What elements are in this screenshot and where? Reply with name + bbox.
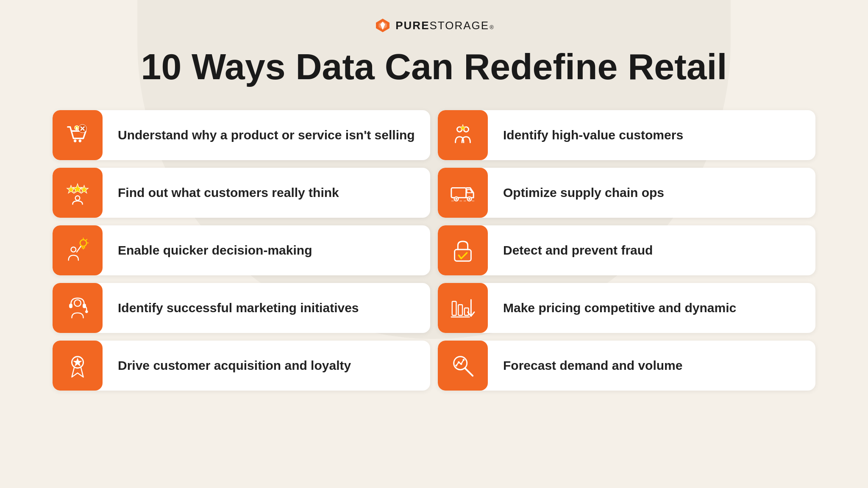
truck-icon	[450, 180, 476, 206]
card-item-10: Forecast demand and volume	[438, 341, 815, 391]
svg-point-31	[74, 299, 81, 306]
icon-box-8	[438, 283, 488, 333]
card-text-1: Understand why a product or service isn'…	[103, 127, 430, 143]
icon-box-5	[53, 225, 103, 275]
headset-person-icon	[64, 295, 91, 321]
card-item-1: $ Understand why a product or service is…	[53, 110, 430, 160]
icon-box-9	[53, 341, 103, 391]
card-text-5: Enable quicker decision-making	[103, 242, 327, 258]
svg-point-16	[75, 196, 80, 200]
stars-rating-icon	[64, 180, 91, 206]
svg-point-21	[469, 198, 470, 200]
card-item-2: Identify high-value customers	[438, 110, 815, 160]
card-item-3: Find out what customers really think	[53, 168, 430, 218]
card-item-5: Enable quicker decision-making	[53, 225, 430, 275]
svg-point-3	[74, 139, 76, 142]
icon-box-3	[53, 168, 103, 218]
svg-rect-36	[458, 305, 462, 315]
card-item-6: Detect and prevent fraud	[438, 225, 815, 275]
logo-text: PURE STORAGE ®	[395, 19, 494, 32]
page-title: 10 Ways Data Can Redefine Retail	[141, 47, 727, 87]
card-text-10: Forecast demand and volume	[488, 357, 698, 374]
svg-point-25	[80, 239, 87, 246]
svg-line-43	[465, 368, 473, 375]
svg-marker-13	[67, 185, 75, 193]
card-item-4: Optimize supply chain ops	[438, 168, 815, 218]
lock-check-icon	[450, 237, 476, 263]
svg-point-44	[456, 365, 457, 366]
svg-marker-12	[459, 124, 466, 131]
medal-ribbon-icon	[64, 352, 91, 379]
card-text-8: Make pricing competitive and dynamic	[488, 299, 751, 316]
icon-box-6	[438, 225, 488, 275]
svg-point-46	[460, 363, 462, 365]
card-text-6: Detect and prevent fraud	[488, 242, 668, 258]
icon-box-10	[438, 341, 488, 391]
main-container: PURE STORAGE ® 10 Ways Data Can Redefine…	[0, 0, 868, 488]
person-lightbulb-icon	[64, 237, 91, 263]
card-text-2: Identify high-value customers	[488, 127, 698, 143]
icon-box-4	[438, 168, 488, 218]
icon-box-1: $	[53, 110, 103, 160]
card-item-8: Make pricing competitive and dynamic	[438, 283, 815, 333]
svg-point-47	[463, 359, 465, 360]
svg-rect-32	[70, 304, 72, 308]
svg-marker-15	[80, 185, 88, 193]
card-text-7: Identify successful marketing initiative…	[103, 299, 374, 316]
card-text-9: Drive customer acquisition and loyalty	[103, 357, 366, 374]
svg-point-45	[458, 361, 459, 363]
svg-marker-41	[73, 358, 81, 366]
magnify-chart-icon	[450, 352, 476, 379]
card-item-7: Identify successful marketing initiative…	[53, 283, 430, 333]
svg-rect-35	[452, 301, 456, 315]
svg-point-23	[71, 247, 76, 252]
svg-point-4	[79, 139, 81, 142]
shopping-cart-x-icon: $	[64, 122, 91, 148]
card-item-9: Drive customer acquisition and loyalty	[53, 341, 430, 391]
svg-rect-17	[451, 188, 466, 197]
svg-point-34	[85, 310, 88, 313]
people-star-icon	[450, 122, 476, 148]
svg-line-24	[77, 246, 81, 252]
icon-box-2	[438, 110, 488, 160]
icon-box-7	[53, 283, 103, 333]
card-text-4: Optimize supply chain ops	[488, 184, 679, 201]
card-text-3: Find out what customers really think	[103, 184, 354, 201]
svg-text:$: $	[76, 127, 78, 130]
items-grid: $ Understand why a product or service is…	[53, 110, 815, 391]
svg-line-29	[86, 239, 87, 240]
svg-point-19	[456, 198, 457, 200]
purestorage-logo-icon	[374, 17, 391, 34]
chart-down-arrow-icon	[450, 295, 476, 321]
logo-area: PURE STORAGE ®	[374, 17, 494, 34]
svg-rect-30	[455, 250, 471, 261]
